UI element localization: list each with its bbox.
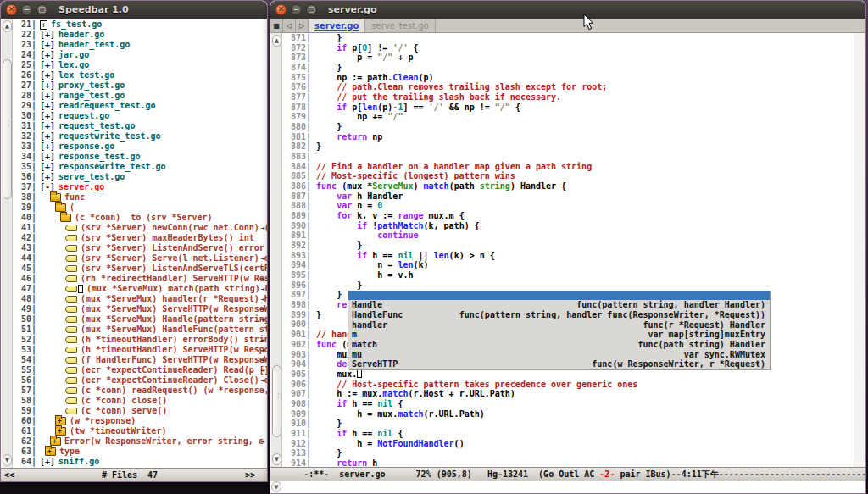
speedbar-row[interactable]: 56|(ecr *expectContinueReader) Close() e…	[13, 375, 267, 386]
speedbar-item-label[interactable]: header.go	[58, 30, 104, 40]
tag-icon[interactable]	[65, 408, 77, 414]
speedbar-body[interactable]: ▲ ⋮ ▼ 21|+fs_test.go22|[+]header.go23|[+…	[1, 19, 267, 468]
autocomplete-item[interactable]: HandleFuncfunc(pattern string, handler f…	[348, 310, 770, 320]
autocomplete-item[interactable]: muvar sync.RWMutex	[348, 350, 770, 360]
tag-icon[interactable]	[65, 367, 77, 374]
speedbar-row[interactable]: 23|[+]header_test.go	[13, 40, 267, 50]
tabbar-home-button[interactable]: ■	[270, 19, 283, 32]
speedbar-item-label[interactable]: (f HandlerFunc) ServeHTTP(w ResponseW	[81, 355, 267, 365]
speedbar-row[interactable]: 53|(h *timeoutHandler) ServeHTTP(w Respo…	[13, 345, 267, 355]
speedbar-row[interactable]: 38|func	[13, 192, 267, 203]
code-editor-area[interactable]: ▲ ⋮ ▼ 871| }872| if p[0] != '/' {873| p …	[270, 33, 865, 467]
speedbar-item-label[interactable]: (h *timeoutHandler) errorBody() strin	[81, 335, 267, 345]
expand-icon[interactable]: [+]	[40, 172, 55, 182]
tag-icon[interactable]	[65, 265, 77, 272]
tag-icon[interactable]	[65, 336, 77, 343]
scroll-up-icon[interactable]: ▲	[3, 20, 12, 32]
expand-icon[interactable]: [+]	[40, 101, 55, 111]
speedbar-row[interactable]: 33|[+]response.go	[13, 142, 267, 152]
speedbar-row[interactable]: 64|[+]sniff.go	[13, 457, 267, 467]
speedbar-prev-button[interactable]: <<	[4, 470, 14, 480]
speedbar-item-label[interactable]: (srv *Server) ListenAndServe() error	[81, 243, 264, 253]
scroll-down-icon[interactable]: ▼	[272, 453, 281, 465]
minimize-icon[interactable]: −	[291, 4, 302, 15]
tag-icon[interactable]	[65, 286, 77, 292]
speedbar-item-label[interactable]: readrequest_test.go	[58, 101, 155, 111]
close-icon[interactable]: ✕	[275, 4, 287, 15]
tab-serve-test-go[interactable]: serve_test.go	[365, 19, 435, 32]
speedbar-item-label[interactable]: responsewrite_test.go	[58, 162, 165, 172]
folder-icon[interactable]	[50, 193, 61, 202]
tag-icon[interactable]	[65, 387, 77, 394]
expand-icon[interactable]: [+]	[40, 30, 55, 40]
speedbar-item-label[interactable]: (	[70, 203, 75, 213]
speedbar-row[interactable]: 60|(w *response)	[13, 416, 267, 426]
speedbar-item-label[interactable]: (h *timeoutHandler) ServeHTTP(w Respo	[81, 345, 267, 355]
folder-icon[interactable]	[55, 417, 66, 425]
speedbar-row[interactable]: 55|(ecr *expectContinueReader) Read(p []…	[13, 365, 267, 375]
speedbar-row[interactable]: 28|[+]range_test.go	[13, 91, 267, 101]
speedbar-item-label[interactable]: (srv *Server) ListenAndServeTLS(certF	[81, 264, 267, 274]
speedbar-scrollbar[interactable]: ▲ ⋮ ▼	[2, 19, 13, 468]
speedbar-item-label[interactable]: server.go	[58, 182, 104, 192]
speedbar-item-label[interactable]: lex_test.go	[58, 70, 114, 80]
expand-icon[interactable]: [+]	[40, 142, 55, 152]
autocomplete-item[interactable]: mvar map[string]muxEntry	[348, 330, 770, 340]
tag-icon[interactable]	[65, 245, 77, 252]
speedbar-item-label[interactable]: (ecr *expectContinueReader) Read(p []	[81, 365, 267, 375]
speedbar-item-label[interactable]: (mux *ServeMux) HandleFunc(pattern st	[81, 325, 267, 335]
tag-icon[interactable]	[65, 377, 77, 384]
expand-icon[interactable]: [+]	[40, 121, 55, 131]
tag-icon[interactable]	[65, 235, 77, 241]
speedbar-row[interactable]: 25|[+]lex.go	[13, 60, 267, 70]
speedbar-row[interactable]: 54|(f HandlerFunc) ServeHTTP(w ResponseW…	[13, 355, 267, 365]
speedbar-item-label[interactable]: (tw *timeoutWriter)	[70, 426, 166, 436]
speedbar-item-label[interactable]: (srv *Server) maxHeaderBytes() int	[81, 233, 254, 243]
speedbar-item-label[interactable]: Error(w ResponseWriter, error string, c	[64, 436, 264, 447]
speedbar-row[interactable]: 42|(srv *Server) maxHeaderBytes() int	[13, 233, 267, 243]
speedbar-item-label[interactable]: type	[59, 447, 80, 457]
tag-icon[interactable]	[65, 397, 77, 404]
tag-icon[interactable]	[65, 255, 77, 262]
speedbar-titlebar[interactable]: ✕ − ▢ Speedbar 1.0	[1, 1, 267, 19]
tag-icon[interactable]	[65, 306, 77, 313]
echo-area[interactable]: ▼	[270, 480, 865, 493]
speedbar-row[interactable]: 29|[+]readrequest_test.go	[13, 101, 267, 111]
speedbar-item-label[interactable]: sniff.go	[58, 457, 99, 467]
speedbar-row[interactable]: 24|[+]jar.go	[13, 50, 267, 60]
speedbar-row[interactable]: 58|(c *conn) close()	[13, 396, 267, 406]
expand-icon[interactable]: [+]	[40, 162, 55, 172]
speedbar-row[interactable]: 47|(mux *ServeMux) match(path string) Ha…	[13, 284, 267, 294]
expand-icon[interactable]: [+]	[40, 131, 55, 142]
tag-icon[interactable]	[65, 316, 77, 323]
modeline-buffer-name[interactable]: server.go	[339, 469, 385, 479]
speedbar-item-label[interactable]: requestwrite_test.go	[58, 131, 160, 142]
folder-icon[interactable]	[55, 427, 66, 436]
close-icon[interactable]: ✕	[6, 4, 17, 15]
maximize-icon[interactable]: ▢	[306, 4, 317, 15]
speedbar-row[interactable]: 46|(rh *redirectHandler) ServeHTTP(w Res…	[13, 274, 267, 284]
expand-icon[interactable]: [+]	[40, 70, 55, 80]
autocomplete-item[interactable]: Handlefunc(pattern string, handler Handl…	[348, 300, 770, 310]
speedbar-item-label[interactable]: range_test.go	[58, 91, 125, 101]
speedbar-item-label[interactable]: response.go	[58, 142, 114, 152]
folder-icon[interactable]	[50, 437, 61, 446]
speedbar-row[interactable]: 21|+fs_test.go	[13, 19, 267, 30]
main-titlebar[interactable]: ✕ − ▢ server.go	[270, 1, 865, 19]
tag-icon[interactable]	[65, 296, 77, 303]
speedbar-item-label[interactable]: (srv *Server) Serve(l net.Listener) e	[81, 253, 267, 264]
maximize-icon[interactable]: ▢	[36, 4, 47, 15]
speedbar-row[interactable]: 30|[+]request.go	[13, 111, 267, 121]
speedbar-item-label[interactable]: (mux *ServeMux) handler(r *Request) H	[81, 294, 267, 304]
speedbar-item-label[interactable]: (rh *redirectHandler) ServeHTTP(w Res	[81, 274, 267, 284]
speedbar-item-label[interactable]: request_test.go	[58, 121, 135, 131]
speedbar-row[interactable]: 32|[+]requestwrite_test.go	[13, 131, 267, 142]
tag-icon[interactable]	[65, 326, 77, 333]
speedbar-row[interactable]: 48|(mux *ServeMux) handler(r *Request) H…	[13, 294, 267, 304]
speedbar-item-label[interactable]: (c *conn) serve()	[81, 406, 167, 416]
editor-scrollbar[interactable]: ▲ ⋮ ▼	[271, 33, 282, 467]
speedbar-row[interactable]: 36|[+]serve_test.go	[13, 172, 267, 182]
tabbar-back-button[interactable]: ◁	[283, 19, 296, 32]
speedbar-item-label[interactable]: lex.go	[58, 60, 89, 70]
scrollbar-thumb[interactable]: ⋮	[272, 365, 281, 437]
